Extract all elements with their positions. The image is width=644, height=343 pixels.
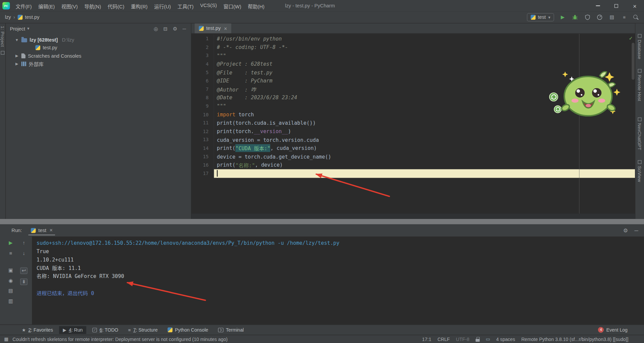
tree-row-scratches[interactable]: ▶ Scratches and Consoles: [6, 52, 191, 60]
editor-horizontal-scrollbar[interactable]: [191, 214, 635, 219]
screen-reader-icon[interactable]: ▭: [486, 336, 490, 342]
line-number[interactable]: 2: [191, 43, 214, 51]
collapse-all-icon[interactable]: ⊟: [163, 26, 167, 32]
line-number[interactable]: 14: [191, 144, 214, 152]
code-line-17[interactable]: 17: [191, 169, 635, 178]
menu-item-5[interactable]: 代码(C): [104, 1, 127, 11]
toolwindow-button-favorites[interactable]: ★2: Favorites: [18, 326, 57, 334]
restore-layout-button[interactable]: ▣: [8, 268, 13, 273]
toolwindow-switcher-icon[interactable]: ▦: [4, 336, 8, 342]
toolwindow-button-project[interactable]: 1: Project: [0, 26, 5, 47]
line-number[interactable]: 4: [191, 60, 214, 68]
soft-wrap-toggle[interactable]: ↩: [20, 268, 27, 274]
project-view-selector[interactable]: Project: [10, 26, 25, 32]
line-separator-widget[interactable]: CRLF: [437, 337, 450, 342]
code-line-4[interactable]: 4@Project : 628test: [191, 60, 635, 68]
run-dashboard-button[interactable]: ▤: [608, 13, 616, 21]
breadcrumb-file[interactable]: test.py: [25, 14, 39, 20]
close-window-button[interactable]: ×: [626, 0, 644, 11]
clear-console-button[interactable]: ▥: [8, 298, 13, 304]
toolwindow-icon[interactable]: [1, 51, 4, 55]
toolwindow-button-structure[interactable]: ≡7: Structure: [124, 326, 161, 334]
code-line-9[interactable]: 9""": [191, 102, 635, 110]
up-stacktrace-button[interactable]: ↑: [22, 240, 25, 245]
print-button[interactable]: ▤: [8, 288, 13, 294]
debug-button[interactable]: [571, 13, 579, 21]
close-tab-icon[interactable]: ×: [50, 227, 53, 233]
stop-button[interactable]: ■: [621, 13, 628, 21]
tree-collapsed-icon[interactable]: ▶: [15, 62, 19, 66]
gear-icon[interactable]: ⚙: [173, 26, 177, 32]
run-config-selector[interactable]: test ▾: [527, 13, 554, 21]
readonly-lock-icon[interactable]: [475, 337, 479, 342]
code-line-14[interactable]: 14print("CUDA 版本:", cuda_version): [191, 144, 635, 152]
toolwindow-button-terminal[interactable]: Terminal: [215, 326, 248, 334]
menu-item-9[interactable]: VCS(S): [197, 1, 220, 11]
tree-row-file[interactable]: test.py: [6, 44, 191, 52]
locate-file-icon[interactable]: ◎: [154, 26, 158, 32]
coverage-button[interactable]: [584, 13, 591, 21]
tree-row-external-libraries[interactable]: ▶ 外部库: [6, 60, 191, 68]
menu-item-6[interactable]: 重构(R): [128, 1, 151, 11]
editor-vertical-scrollbar[interactable]: [632, 43, 635, 79]
code-line-1[interactable]: 1#!/usr/bin/env python: [191, 35, 635, 43]
menu-item-2[interactable]: 编辑(E): [35, 1, 58, 11]
rerun-button[interactable]: ▶: [9, 240, 12, 245]
line-number[interactable]: 17: [191, 169, 214, 178]
menu-item-10[interactable]: 窗口(W): [220, 1, 245, 11]
interpreter-widget[interactable]: Remote Python 3.8.10 (sf...r/bin/python3…: [521, 337, 629, 342]
tree-expanded-icon[interactable]: ▼: [15, 38, 19, 42]
editor-tab-testpy[interactable]: test.py ×: [195, 23, 231, 33]
toolwindow-button-database[interactable]: Database: [637, 34, 642, 59]
toolwindow-button-nexchatgpt[interactable]: NexChatGPT: [637, 118, 642, 150]
stop-button[interactable]: ■: [9, 250, 12, 256]
code-line-5[interactable]: 5@File : test.py: [191, 68, 635, 76]
toolwindow-button-run[interactable]: ▶4: Run: [59, 326, 86, 334]
menu-item-3[interactable]: 视图(V): [58, 1, 81, 11]
line-number[interactable]: 13: [191, 135, 214, 144]
scroll-to-end-toggle[interactable]: ⇟: [20, 279, 27, 285]
code-line-7[interactable]: 7@Author : 咋: [191, 85, 635, 94]
line-number[interactable]: 3: [191, 51, 214, 60]
minimize-window-button[interactable]: [589, 0, 607, 11]
code-line-3[interactable]: 3""": [191, 51, 635, 60]
hide-panel-icon[interactable]: ─: [183, 26, 186, 32]
close-tab-icon[interactable]: ×: [224, 25, 227, 31]
line-number[interactable]: 1: [191, 35, 214, 43]
menu-item-8[interactable]: 工具(T): [174, 1, 197, 11]
code-line-13[interactable]: 13cuda_version = torch.version.cuda: [191, 135, 635, 144]
line-number[interactable]: 15: [191, 153, 214, 161]
caret-position-widget[interactable]: 17:1: [422, 337, 431, 342]
code-line-11[interactable]: 11print(torch.cuda.is_available()): [191, 119, 635, 127]
maximize-window-button[interactable]: [607, 0, 626, 11]
code-line-2[interactable]: 2# -*- coding: UTF-8 -*-: [191, 43, 635, 51]
line-number[interactable]: 5: [191, 68, 214, 76]
code-line-16[interactable]: 16print("名称:", device): [191, 161, 635, 169]
run-tab-test[interactable]: test ×: [28, 226, 55, 235]
toolwindow-button-todo[interactable]: ✓6: TODO: [89, 326, 122, 334]
menu-item-7[interactable]: 运行(U): [151, 1, 174, 11]
down-stacktrace-button[interactable]: ↓: [22, 250, 25, 256]
indent-widget[interactable]: 4 spaces: [496, 337, 515, 342]
code-line-8[interactable]: 8@Date : 2023/6/28 23:24: [191, 94, 635, 102]
breadcrumb-root[interactable]: lzy: [5, 14, 11, 20]
line-number[interactable]: 7: [191, 85, 214, 94]
line-number[interactable]: 8: [191, 94, 214, 102]
menu-item-4[interactable]: 导航(N): [81, 1, 104, 11]
toolwindow-button-sciview[interactable]: SciView: [637, 160, 642, 182]
line-number[interactable]: 11: [191, 119, 214, 127]
run-button[interactable]: ▶: [559, 13, 566, 21]
code-line-6[interactable]: 6@IDE : PyCharm: [191, 76, 635, 85]
tree-collapsed-icon[interactable]: ▶: [15, 54, 19, 58]
code-line-15[interactable]: 15device = torch.cuda.get_device_name(): [191, 153, 635, 161]
code-line-12[interactable]: 12print(torch.__version__): [191, 127, 635, 135]
menu-item-1[interactable]: 文件(F): [12, 1, 35, 11]
tree-row-project-root[interactable]: ▼ lzy [628test] D:\lzy: [6, 36, 191, 44]
code-editor-area[interactable]: 1#!/usr/bin/env python2# -*- coding: UTF…: [191, 34, 635, 214]
line-number[interactable]: 16: [191, 161, 214, 169]
profiler-button[interactable]: [596, 13, 603, 21]
menu-item-11[interactable]: 帮助(H): [244, 1, 268, 11]
run-console-output[interactable]: sudo+ssh://lenovo@172.16.150.55:22/home/…: [32, 237, 644, 325]
toolwindow-button-remote-host[interactable]: Remote Host: [637, 69, 642, 101]
editor-console-splitter[interactable]: [0, 219, 644, 224]
